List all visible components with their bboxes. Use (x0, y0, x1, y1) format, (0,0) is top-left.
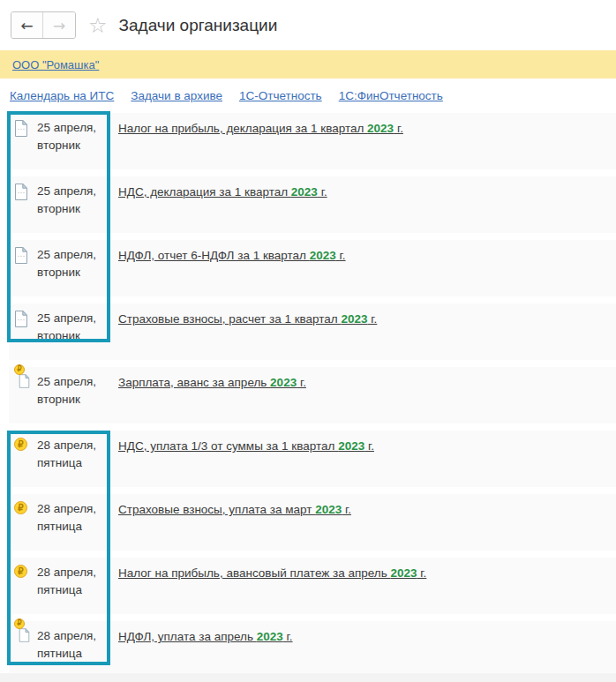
document-icon (14, 183, 37, 233)
task-list: 25 апреля,вторник Налог на прибыль, декл… (0, 113, 616, 678)
organization-link[interactable]: ООО "Ромашка" (12, 58, 99, 71)
task-link[interactable]: НДФЛ, отчет 6-НДФЛ за 1 квартал 2023 г. (118, 249, 346, 262)
ruble-coin-icon: ₽ (14, 618, 25, 629)
task-date: 28 апреля,пятница (37, 627, 109, 678)
task-link[interactable]: НДФЛ, уплата за апрель 2023 г. (118, 630, 293, 643)
organization-banner: ООО "Ромашка" (0, 50, 616, 79)
header: ← → ☆ Задачи организации (0, 0, 616, 50)
task-row: 25 апреля,вторник НДС, декларация за 1 к… (9, 176, 616, 233)
document-ruble-icon: ₽ (14, 627, 37, 678)
task-row: 25 апреля,вторник Налог на прибыль, декл… (9, 113, 616, 169)
task-link[interactable]: НДС, декларация за 1 квартал 2023 г. (118, 185, 327, 199)
task-link[interactable]: Налог на прибыль, авансовый платеж за ап… (118, 566, 426, 580)
bottom-scrollbar-track[interactable] (0, 673, 616, 682)
link-1c-finreporting[interactable]: 1С:ФинОтчетность (339, 89, 443, 102)
task-row: ₽ 28 апреля,пятница НДС, уплата 1/3 от с… (9, 431, 616, 487)
back-button[interactable]: ← (11, 12, 43, 38)
task-row: 25 апреля,вторник Страховые взносы, расч… (9, 304, 616, 360)
document-icon (14, 119, 37, 169)
task-row: 25 апреля,вторник НДФЛ, отчет 6-НДФЛ за … (9, 240, 616, 296)
ruble-coin-icon: ₽ (14, 364, 25, 375)
history-nav-group: ← → (11, 11, 76, 39)
link-archived-tasks[interactable]: Задачи в архиве (131, 89, 222, 102)
task-link[interactable]: Страховые взносы, уплата за март 2023 г. (118, 503, 351, 516)
task-date: 28 апреля,пятница (37, 437, 109, 487)
forward-button[interactable]: → (43, 12, 75, 38)
task-date: 28 апреля,пятница (37, 564, 109, 614)
ruble-coin-icon: ₽ (14, 500, 37, 551)
task-date: 25 апреля,вторник (37, 310, 109, 360)
task-date: 25 апреля,вторник (37, 183, 109, 233)
back-arrow-icon: ← (20, 17, 33, 34)
task-date: 25 апреля,вторник (37, 246, 109, 296)
forward-arrow-icon: → (53, 17, 65, 34)
task-row: ₽ 25 апреля,вторник Зарплата, аванс за а… (9, 367, 616, 423)
task-date: 28 апреля,пятница (37, 500, 109, 551)
task-date: 25 апреля,вторник (37, 119, 109, 169)
task-link[interactable]: Налог на прибыль, декларация за 1 кварта… (118, 122, 403, 135)
task-link[interactable]: Зарплата, аванс за апрель 2023 г. (118, 376, 306, 389)
links-row: Календарь на ИТС Задачи в архиве 1С-Отче… (0, 79, 616, 113)
task-row: ₽ 28 апреля,пятница Налог на прибыль, ав… (9, 558, 616, 614)
link-its-calendar[interactable]: Календарь на ИТС (10, 89, 114, 102)
link-1c-reporting[interactable]: 1С-Отчетность (239, 89, 322, 102)
task-row: ₽ 28 апреля,пятница НДФЛ, уплата за апре… (9, 621, 616, 678)
document-ruble-icon: ₽ (14, 373, 37, 423)
page-title: Задачи организации (119, 16, 278, 35)
ruble-coin-icon: ₽ (14, 437, 37, 487)
task-link[interactable]: НДС, уплата 1/3 от суммы за 1 квартал 20… (118, 439, 374, 453)
favorite-star-icon[interactable]: ☆ (88, 15, 108, 36)
task-date: 25 апреля,вторник (37, 373, 109, 423)
ruble-coin-icon: ₽ (14, 564, 37, 614)
task-link[interactable]: Страховые взносы, расчет за 1 квартал 20… (118, 312, 377, 326)
document-icon (14, 246, 37, 296)
document-icon (14, 310, 37, 360)
task-row: ₽ 28 апреля,пятница Страховые взносы, уп… (9, 494, 616, 551)
